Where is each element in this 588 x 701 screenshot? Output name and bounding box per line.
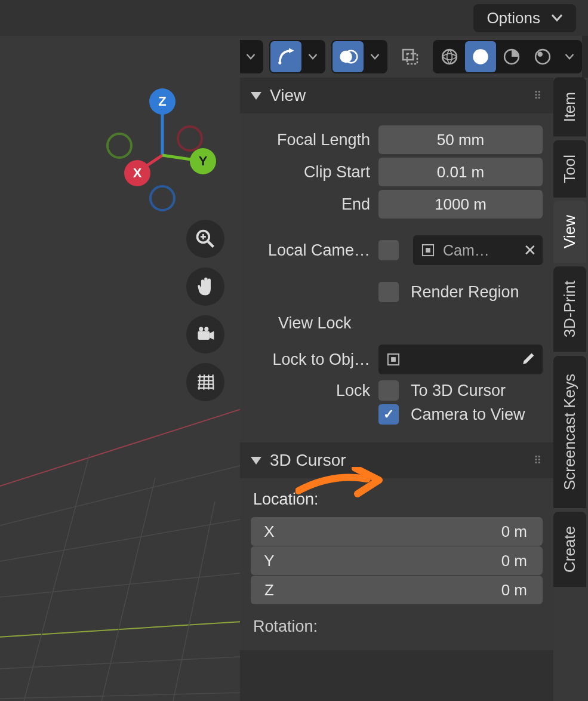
svg-point-7 — [473, 49, 488, 64]
3d-cursor-section-header[interactable]: 3D Cursor ⠿ — [240, 442, 553, 478]
shading-wireframe-button[interactable] — [434, 41, 465, 72]
overlay-toggle-button[interactable] — [333, 41, 364, 72]
svg-point-29 — [199, 327, 203, 331]
view-section-header[interactable]: View ⠿ — [240, 78, 553, 113]
tab-screencast-keys[interactable]: Screencast Keys — [553, 356, 586, 508]
perspective-toggle-button[interactable] — [186, 363, 224, 401]
tab-create[interactable]: Create — [553, 512, 586, 587]
navigation-gizmo[interactable]: Z X Y — [107, 84, 227, 215]
svg-line-25 — [208, 242, 214, 247]
options-dropdown[interactable]: Options — [473, 4, 576, 32]
tab-view[interactable]: View — [553, 201, 586, 263]
focal-length-field[interactable]: 50 mm — [378, 125, 543, 154]
gizmo-axis-neg-x[interactable] — [177, 125, 203, 152]
cursor-x-value[interactable]: 0 m — [288, 517, 543, 546]
camera-icon — [195, 324, 216, 345]
gizmo-axis-y[interactable]: Y — [190, 148, 216, 174]
chevron-down-icon — [370, 53, 380, 60]
chevron-down-icon — [565, 53, 574, 60]
lock-to-object-field[interactable] — [378, 345, 543, 374]
options-label: Options — [487, 9, 540, 27]
hand-icon — [195, 276, 216, 297]
cursor-location-z-row[interactable]: Z 0 m — [251, 576, 543, 604]
n-panel-tabs: Item Tool View 3D-Print Screencast Keys … — [553, 78, 588, 701]
view-section-title: View — [270, 86, 306, 105]
axis-z-label: Z — [251, 576, 288, 604]
grid-icon — [195, 371, 216, 393]
drag-handle-icon[interactable]: ⠿ — [534, 454, 543, 467]
clip-end-field[interactable]: 1000 m — [378, 190, 543, 219]
camera-to-view-checkbox[interactable] — [378, 404, 399, 425]
rotation-label: Rotation: — [253, 617, 543, 636]
shading-rendered-button[interactable] — [527, 41, 558, 72]
gizmo-dropdown[interactable] — [301, 41, 324, 72]
view-section-body: Focal Length 50 mm Clip Start 0.01 m End… — [240, 113, 553, 442]
visibility-dropdown[interactable] — [239, 41, 262, 72]
local-camera-value: Cam… — [443, 242, 490, 259]
lock-label: Lock — [251, 382, 370, 400]
svg-line-15 — [0, 573, 240, 597]
clip-start-field[interactable]: 0.01 m — [378, 158, 543, 186]
local-camera-label: Local Came… — [251, 241, 370, 260]
pan-tool-button[interactable] — [186, 268, 224, 306]
local-camera-checkbox[interactable] — [378, 240, 399, 260]
object-icon — [420, 242, 436, 258]
tab-3d-print[interactable]: 3D-Print — [553, 266, 586, 352]
svg-rect-32 — [426, 248, 430, 253]
gizmo-toggle-group — [269, 40, 325, 73]
drag-handle-icon[interactable]: ⠿ — [534, 89, 543, 102]
gizmo-axis-neg-z[interactable] — [149, 185, 176, 211]
svg-line-20 — [173, 502, 215, 701]
svg-rect-4 — [403, 50, 413, 60]
lock-to-3d-cursor-label: To 3D Cursor — [411, 382, 506, 400]
magnifier-icon — [195, 228, 216, 250]
xray-toggle-button[interactable] — [395, 41, 426, 72]
svg-rect-28 — [198, 331, 210, 340]
chevron-down-icon — [308, 53, 318, 60]
svg-line-17 — [0, 693, 240, 699]
eyedropper-icon[interactable] — [520, 352, 535, 367]
tab-tool[interactable]: Tool — [553, 140, 586, 198]
3d-cursor-section-title: 3D Cursor — [270, 451, 346, 470]
gizmo-axis-neg-y[interactable] — [106, 133, 133, 159]
cursor-y-value[interactable]: 0 m — [288, 546, 543, 575]
render-region-checkbox[interactable] — [378, 282, 399, 302]
lock-to-3d-cursor-checkbox[interactable] — [378, 380, 399, 401]
3d-viewport[interactable]: Z X Y — [0, 36, 240, 701]
camera-view-button[interactable] — [186, 315, 224, 353]
cursor-location-x-row[interactable]: X 0 m — [251, 517, 543, 546]
camera-to-view-label: Camera to View — [411, 405, 525, 424]
disclosure-triangle-icon — [251, 92, 261, 100]
axis-y-label: Y — [251, 546, 288, 575]
svg-line-12 — [0, 406, 240, 496]
zoom-tool-button[interactable] — [186, 220, 224, 258]
shading-dropdown[interactable] — [558, 41, 581, 72]
gizmo-toggle-button[interactable] — [270, 41, 301, 72]
shading-material-button[interactable] — [496, 41, 527, 72]
tab-item[interactable]: Item — [553, 78, 586, 137]
svg-point-1 — [278, 62, 281, 64]
viewport-header-toolbar — [207, 39, 582, 74]
3d-cursor-section-body: Location: X 0 m Y 0 m Z 0 m Rotation: — [240, 478, 553, 650]
cursor-z-value[interactable]: 0 m — [288, 576, 543, 604]
cursor-location-y-row[interactable]: Y 0 m — [251, 546, 543, 575]
object-icon — [386, 352, 401, 367]
render-region-label: Render Region — [411, 283, 519, 302]
local-camera-field[interactable]: Cam… ✕ — [413, 235, 543, 265]
shading-solid-button[interactable] — [465, 41, 496, 72]
shading-mode-group — [433, 40, 582, 73]
overlay-dropdown[interactable] — [364, 41, 386, 72]
svg-point-10 — [538, 52, 543, 57]
n-panel: View ⠿ Focal Length 50 mm Clip Start 0.0… — [240, 78, 553, 701]
view-lock-subheader[interactable]: View Lock — [251, 306, 543, 341]
svg-rect-5 — [407, 54, 417, 64]
location-label: Location: — [253, 490, 543, 509]
clear-icon[interactable]: ✕ — [524, 241, 537, 260]
clip-end-label: End — [251, 195, 370, 214]
xray-group — [393, 40, 427, 73]
svg-point-30 — [204, 327, 208, 331]
gizmo-axis-z[interactable]: Z — [149, 88, 176, 115]
gizmo-axis-x[interactable]: X — [124, 160, 150, 186]
svg-point-6 — [442, 50, 457, 64]
focal-length-label: Focal Length — [251, 131, 370, 149]
